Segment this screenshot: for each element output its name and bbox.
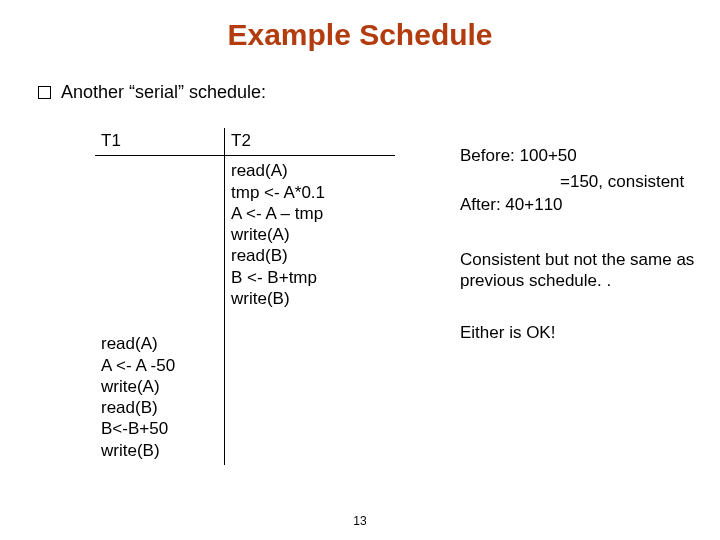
- slide: Example Schedule Another “serial” schedu…: [0, 0, 720, 540]
- t2-header: T2: [225, 128, 395, 155]
- schedule-body: read(A) A <- A -50 write(A) read(B) B<-B…: [95, 156, 395, 465]
- schedule-table: T1 T2 read(A) A <- A -50 write(A) read(B…: [95, 128, 395, 465]
- note-equals: =150, consistent: [560, 171, 684, 192]
- page-number: 13: [0, 514, 720, 528]
- note-either: Either is OK!: [460, 322, 555, 343]
- note-after: After: 40+110: [460, 194, 563, 215]
- t1-ops: read(A) A <- A -50 write(A) read(B) B<-B…: [101, 158, 218, 461]
- note-consistent: Consistent but not the same as previous …: [460, 249, 700, 292]
- t1-header: T1: [95, 128, 225, 155]
- t2-ops: read(A) tmp <- A*0.1 A <- A – tmp write(…: [231, 158, 389, 309]
- t2-column: read(A) tmp <- A*0.1 A <- A – tmp write(…: [225, 156, 395, 465]
- bullet-text: Another “serial” schedule:: [61, 82, 266, 103]
- note-before: Before: 100+50: [460, 145, 577, 166]
- slide-title: Example Schedule: [0, 18, 720, 52]
- square-bullet-icon: [38, 86, 51, 99]
- schedule-header-row: T1 T2: [95, 128, 395, 156]
- bullet-row: Another “serial” schedule:: [38, 82, 266, 103]
- t1-column: read(A) A <- A -50 write(A) read(B) B<-B…: [95, 156, 225, 465]
